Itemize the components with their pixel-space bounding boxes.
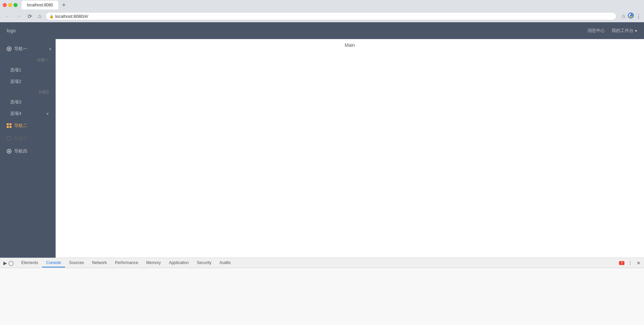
main-content: Main (56, 39, 644, 258)
devtools-tab-memory[interactable]: Memory (142, 259, 165, 267)
devtools-close-btn[interactable]: ✕ (636, 260, 641, 266)
svg-point-2 (630, 14, 632, 17)
option4-chevron: ∨ (46, 111, 49, 116)
option3-label: 选项3 (10, 99, 21, 104)
browser-tab-active[interactable]: localhost:8080 (22, 1, 58, 9)
devtools-tab-elements[interactable]: Elements (17, 259, 42, 267)
nav2-icon (7, 123, 11, 128)
group1-label: 分组一 (0, 55, 56, 64)
tab-sources-label: Sources (69, 260, 84, 265)
main-area: 导航一 ∧ 分组一 选项1 选项2 分组2 选项3 选项4 ∨ (0, 39, 644, 258)
topbar: logo 消息中心 我的工作台 ▾ (0, 22, 644, 39)
sidebar-item-option1[interactable]: 选项1 (0, 64, 56, 76)
tab-memory-label: Memory (146, 260, 161, 265)
devtools-tab-audits[interactable]: Audits (215, 259, 235, 267)
sidebar-item-option3[interactable]: 选项3 (0, 96, 56, 108)
bookmark-icon[interactable]: ☆ (621, 13, 626, 20)
nav1-icon (7, 46, 11, 51)
workspace-selector[interactable]: 我的工作台 ▾ (612, 28, 637, 34)
devtools-tab-performance[interactable]: Performance (111, 259, 142, 267)
sidebar-item-nav2[interactable]: 导航二 (0, 119, 56, 132)
home-btn[interactable]: ⌂ (36, 12, 43, 20)
devtools-tab-application[interactable]: Application (165, 259, 193, 267)
browser-max-btn[interactable] (13, 3, 18, 7)
group2-label: 分组2 (0, 87, 56, 96)
nav3-icon (7, 136, 11, 141)
browser-min-btn[interactable] (8, 3, 12, 7)
sidebar-item-nav4[interactable]: 导航四 (0, 145, 56, 158)
devtools-tab-sources[interactable]: Sources (65, 259, 88, 267)
devtools-panel: ▶ ◯ Elements Console Sources Network Per… (0, 258, 644, 325)
main-label: Main (345, 42, 355, 48)
menu-icon[interactable]: ⋮ (636, 13, 641, 20)
reload-btn[interactable]: ⟳ (26, 12, 34, 20)
devtools-tab-network[interactable]: Network (88, 259, 111, 267)
notification-center[interactable]: 消息中心 (587, 28, 605, 34)
devtools-tab-console[interactable]: Console (42, 259, 65, 267)
browser-tabbar: localhost:8080 + (0, 0, 644, 10)
back-btn[interactable]: ← (3, 12, 12, 20)
sidebar-item-option2[interactable]: 选项2 (0, 76, 56, 87)
devtools-inspect-btn[interactable]: ▶ (3, 260, 8, 266)
tab-security-label: Security (197, 260, 211, 265)
new-tab-btn[interactable]: + (60, 1, 68, 9)
devtools-tab-security[interactable]: Security (193, 259, 215, 267)
devtools-device-btn[interactable]: ◯ (8, 260, 14, 266)
nav1-chevron: ∧ (49, 47, 52, 51)
browser-action-icons: ☆ ⋮ (621, 12, 641, 20)
nav4-icon (7, 149, 11, 154)
tab-elements-label: Elements (21, 260, 38, 265)
devtools-body (0, 268, 644, 273)
devtools-more-btn[interactable]: ⋮ (627, 260, 633, 266)
workspace-chevron: ▾ (635, 28, 637, 33)
logo: logo (7, 28, 16, 33)
browser-close-btn[interactable] (3, 3, 7, 7)
url-text: localhost:8080/#/ (55, 14, 88, 19)
devtools-right-actions: 7 ⋮ ✕ (619, 260, 641, 266)
sidebar-item-option4[interactable]: 选项4 ∨ (0, 108, 56, 119)
sidebar-nav2-label: 导航二 (14, 123, 27, 129)
tab-performance-label: Performance (115, 260, 138, 265)
devtools-tabbar: ▶ ◯ Elements Console Sources Network Per… (0, 258, 644, 268)
tab-console-label: Console (46, 260, 61, 265)
address-bar[interactable]: 🔒 localhost:8080/#/ (45, 12, 616, 20)
browser-frame: localhost:8080 + ← → ⟳ ⌂ 🔒 localhost:808… (0, 0, 644, 22)
sidebar-nav3-label: 导航三 (14, 135, 27, 141)
option2-label: 选项2 (10, 79, 21, 84)
sidebar: 导航一 ∧ 分组一 选项1 选项2 分组2 选项3 选项4 ∨ (0, 39, 56, 258)
app-container: logo 消息中心 我的工作台 ▾ 导航一 ∧ 分组一 选项1 (0, 22, 644, 258)
tab-application-label: Application (169, 260, 189, 265)
topbar-actions: 消息中心 我的工作台 ▾ (587, 28, 637, 34)
lock-icon: 🔒 (49, 14, 54, 19)
tab-audits-label: Audits (219, 260, 231, 265)
chrome-extension-icon[interactable] (628, 12, 634, 20)
workspace-label: 我的工作台 (612, 28, 634, 34)
sidebar-item-nav3: 导航三 (0, 132, 56, 145)
option4-label: 选项4 (10, 110, 21, 117)
sidebar-nav4-label: 导航四 (14, 148, 27, 154)
sidebar-nav1-label: 导航一 (14, 46, 27, 52)
error-badge: 7 (619, 261, 624, 265)
devtools-left-icons: ▶ ◯ (3, 260, 14, 266)
option1-label: 选项1 (10, 67, 21, 72)
forward-btn[interactable]: → (14, 12, 24, 20)
tab-network-label: Network (92, 260, 107, 265)
sidebar-item-nav1[interactable]: 导航一 ∧ (0, 42, 56, 55)
browser-navbar: ← → ⟳ ⌂ 🔒 localhost:8080/#/ ☆ ⋮ (0, 10, 644, 22)
